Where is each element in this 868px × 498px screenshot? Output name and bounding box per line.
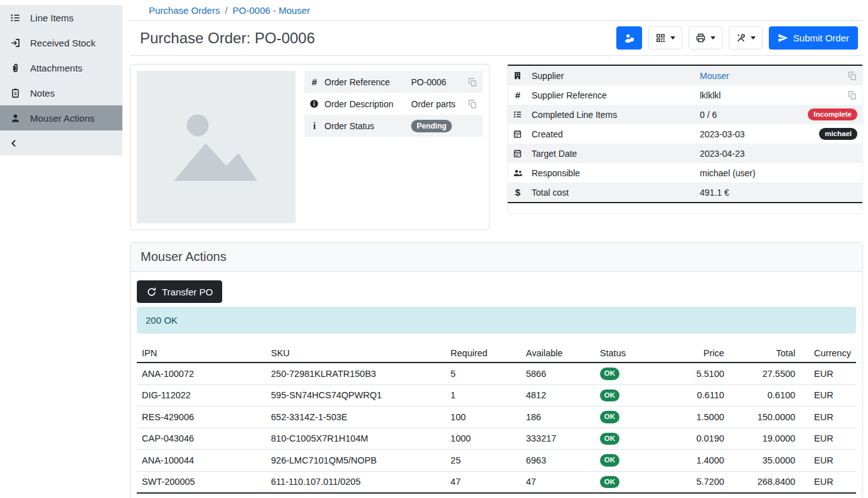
cell-status: OK <box>595 428 660 450</box>
cell-total: 19.0000 <box>729 428 800 450</box>
detail-label: Order Reference <box>324 77 411 87</box>
cell-status: OK <box>595 384 660 406</box>
col-header-required: Required <box>446 344 521 363</box>
sidebar: Line Items Received Stock Attachments No… <box>0 0 122 498</box>
detail-value: michael (user) <box>700 168 857 178</box>
panel-body: Transfer PO 200 OK IPN SKU Required Avai… <box>131 272 862 498</box>
cell-ipn: ANA-100072 <box>137 363 266 384</box>
detail-value: 2023-04-23 <box>700 149 857 159</box>
info-icon: i <box>309 120 324 131</box>
cell-price: 1.4000 <box>660 450 729 472</box>
caret-down-icon <box>751 36 756 40</box>
detail-label: Target Date <box>532 149 700 159</box>
main-content: Purchase Orders / PO-0006 - Mouser Purch… <box>122 0 868 498</box>
col-header-currency: Currency <box>800 344 856 363</box>
cell-currency: EUR <box>800 406 856 428</box>
cell-sku: 810-C1005X7R1H104M <box>266 428 446 450</box>
sidebar-item-label: Mouser Actions <box>30 113 95 124</box>
barcode-actions-dropdown[interactable] <box>648 26 682 50</box>
detail-row-created: Created 2023-03-03 michael <box>508 124 862 144</box>
cell-required: 47 <box>446 471 521 493</box>
incomplete-badge: Incomplete <box>808 109 857 121</box>
col-header-status: Status <box>595 344 660 363</box>
detail-row-order-description: Order Description Order parts <box>304 93 483 115</box>
detail-value: 2023-03-03 <box>700 129 819 139</box>
supplier-link[interactable]: Mouser <box>700 71 729 81</box>
detail-value: PO-0006 <box>411 77 468 87</box>
ok-badge: OK <box>600 454 619 467</box>
breadcrumb-link-purchase-orders[interactable]: Purchase Orders <box>149 5 220 16</box>
cell-price: 1.5000 <box>660 406 729 428</box>
cell-available: 6963 <box>521 450 595 472</box>
cell-total: 0.6100 <box>729 384 800 406</box>
cell-currency: EUR <box>800 363 856 384</box>
dollar-icon: $ <box>513 187 532 198</box>
col-header-sku: SKU <box>266 344 446 363</box>
detail-value: 0 / 6 <box>700 110 808 120</box>
cell-required: 1000 <box>446 428 521 450</box>
col-header-price: Price <box>660 344 729 363</box>
detail-row-supplier: Supplier Mouser <box>508 66 862 85</box>
status-badge: Pending <box>411 120 452 132</box>
printer-icon <box>695 33 706 43</box>
sidebar-list: Line Items Received Stock Attachments No… <box>0 5 122 156</box>
detail-label: Supplier Reference <box>532 90 700 100</box>
submit-order-label: Submit Order <box>793 33 849 43</box>
cell-total: 35.0000 <box>729 450 800 472</box>
sidebar-item-label: Line Items <box>30 13 73 23</box>
clipboard-icon <box>10 88 21 98</box>
users-icon <box>513 168 532 178</box>
hash-icon: # <box>309 77 324 87</box>
breadcrumb-separator: / <box>225 5 227 16</box>
sidebar-collapse-button[interactable] <box>0 130 122 156</box>
detail-value: lklklkl <box>700 90 847 100</box>
info-circle-icon <box>309 99 324 109</box>
cell-currency: EUR <box>800 471 856 493</box>
detail-value: Pending <box>411 120 478 132</box>
sidebar-item-label: Notes <box>30 88 55 98</box>
parts-table-row: CAP-043046 810-C1005X7R1H104M 1000 33321… <box>137 428 856 450</box>
refresh-icon <box>146 287 157 297</box>
sidebar-item-notes[interactable]: Notes <box>0 80 122 105</box>
sidebar-item-attachments[interactable]: Attachments <box>0 55 122 80</box>
copy-icon[interactable] <box>847 71 857 81</box>
order-image-placeholder[interactable] <box>137 71 296 223</box>
paperclip-icon <box>10 63 21 73</box>
detail-value: Order parts <box>411 99 468 109</box>
ok-badge: OK <box>600 476 619 489</box>
header-actions: Submit Order <box>616 26 858 50</box>
calendar-icon <box>513 149 532 158</box>
panel-title: Mouser Actions <box>141 250 227 263</box>
transfer-po-button[interactable]: Transfer PO <box>137 280 222 303</box>
sidebar-item-mouser-actions[interactable]: Mouser Actions <box>0 105 122 130</box>
detail-label: Order Description <box>324 99 411 109</box>
copy-icon[interactable] <box>847 90 857 100</box>
sidebar-item-line-items[interactable]: Line Items <box>0 5 122 30</box>
cell-ipn: DIG-112022 <box>137 384 266 406</box>
total-row-label: Total <box>137 493 266 498</box>
sidebar-item-label: Received Stock <box>30 38 95 48</box>
sidebar-item-received-stock[interactable]: Received Stock <box>0 30 122 55</box>
print-actions-dropdown[interactable] <box>689 26 722 50</box>
user-badge: michael <box>819 128 857 140</box>
qrcode-icon <box>655 33 666 43</box>
mouser-actions-panel: Mouser Actions Transfer PO 200 OK IPN <box>130 242 863 498</box>
paper-plane-icon <box>778 33 788 43</box>
cell-price: 5.5100 <box>660 363 729 384</box>
admin-user-button[interactable] <box>616 26 642 50</box>
order-details-table: # Order Reference PO-0006 Order Descript… <box>304 71 483 137</box>
breadcrumb: Purchase Orders / PO-0006 - Mouser <box>130 0 863 20</box>
parts-table: IPN SKU Required Available Status Price … <box>137 344 856 498</box>
breadcrumb-link-current-order[interactable]: PO-0006 - Mouser <box>233 5 310 16</box>
detail-row-completed-line-items: Completed Line Items 0 / 6 Incomplete <box>508 105 862 124</box>
chevron-left-icon <box>9 138 19 149</box>
copy-icon[interactable] <box>468 99 478 109</box>
parts-table-row: DIG-112022 595-SN74HCS74QPWRQ1 1 4812 OK… <box>137 384 856 406</box>
order-actions-dropdown[interactable] <box>729 26 763 50</box>
submit-order-button[interactable]: Submit Order <box>769 26 858 50</box>
copy-icon[interactable] <box>468 77 478 87</box>
detail-value: 491.1 € <box>700 188 857 198</box>
detail-label: Completed Line Items <box>532 110 700 120</box>
panel-header: Mouser Actions <box>131 243 862 272</box>
detail-row-supplier-reference: # Supplier Reference lklklkl <box>508 85 862 105</box>
